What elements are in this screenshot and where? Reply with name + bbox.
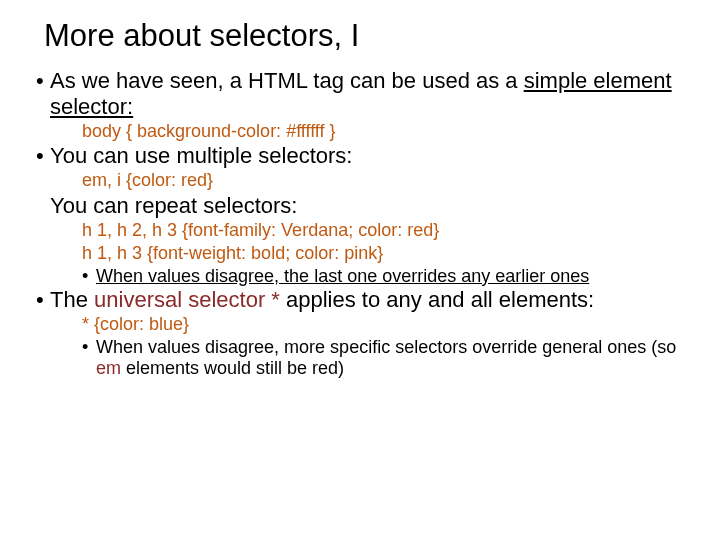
code-universal: * {color: blue} [82,314,684,335]
text: elements would still be red) [121,358,344,378]
bullet-repeat-selectors: You can repeat selectors: [50,193,684,219]
slide-title: More about selectors, I [44,18,684,54]
bullet-universal-selector: The universal selector * applies to any … [36,287,684,313]
text: applies to any and all elements: [280,287,594,312]
code-h123: h 1, h 2, h 3 {font-family: Verdana; col… [82,220,684,241]
text: When values disagree, more specific sele… [96,337,676,357]
bullet-simple-selector: As we have seen, a HTML tag can be used … [36,68,684,120]
text-underline: When values disagree, the last one overr… [96,266,589,286]
text: The [50,287,94,312]
note-specificity: When values disagree, more specific sele… [82,337,684,379]
text-emphasis: universal selector * [94,287,280,312]
slide: More about selectors, I As we have seen,… [0,0,720,540]
bullet-multiple-selectors: You can use multiple selectors: [36,143,684,169]
note-last-overrides: When values disagree, the last one overr… [82,266,684,287]
text-emphasis: em [96,358,121,378]
text: As we have seen, a HTML tag can be used … [50,68,524,93]
code-h13: h 1, h 3 {font-weight: bold; color: pink… [82,243,684,264]
code-em-i: em, i {color: red} [82,170,684,191]
code-body-bg: body { background-color: #ffffff } [82,121,684,142]
